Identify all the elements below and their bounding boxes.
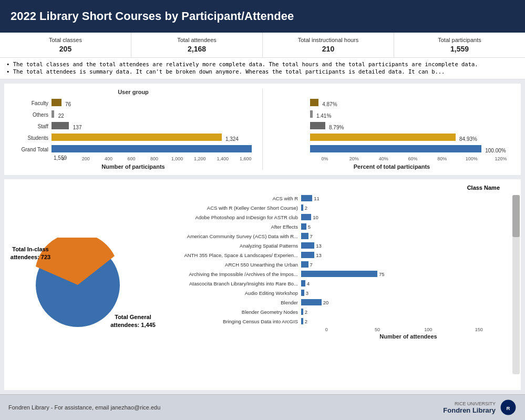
h-bar-row: Archiving the Impossible /Archives of th… — [154, 270, 516, 278]
h-bar-value: 7 — [310, 262, 313, 268]
h-bar-row: After Effects 5 — [154, 222, 516, 231]
h-bar-fill — [301, 309, 303, 315]
classes-chart-bars: ACS with R 11 ACS with R (Kelley Center … — [154, 194, 516, 325]
bar-value: 1,324 — [225, 136, 239, 142]
h-bar-label: ANTH 355 Place, Space & Landscapes/ Expe… — [154, 252, 301, 258]
h-bar-value: 3 — [306, 290, 308, 296]
bar-fill — [52, 145, 252, 152]
bar-row: Faculty 76 — [9, 98, 257, 108]
bar-row: 8.79% — [268, 121, 516, 131]
classes-chart: Class Name ACS with R 11 ACS with R (Kel… — [151, 179, 521, 390]
x-axis-label: 120% — [486, 156, 516, 161]
footer-text: Fondren Library - For assistance, email … — [8, 404, 160, 411]
h-bar-label: Adobe Photoshop and InDesign for ASTR cl… — [154, 214, 301, 220]
h-bar-fill — [301, 271, 377, 277]
h-bar-row: Analyzing Spatial Patterns 13 — [154, 241, 516, 250]
stat-participants-value: 1,559 — [399, 45, 520, 53]
h-bar-value: 2 — [305, 309, 307, 315]
left-x-axis-label: Number of participants — [9, 163, 257, 170]
h-bar-fill — [301, 252, 314, 258]
h-bar-container: 13 — [301, 251, 516, 259]
h-bar-fill — [301, 214, 311, 220]
bar-row: 84.93% — [268, 133, 516, 142]
footer: Fondren Library - For assistance, email … — [0, 394, 525, 420]
stat-classes-value: 205 — [5, 45, 126, 53]
svg-text:R: R — [507, 405, 510, 411]
bar-label: Faculty — [9, 100, 52, 106]
bar-value: 84.93% — [459, 136, 477, 142]
x-axis-label: 800 — [143, 156, 166, 161]
bar-container: 76 — [52, 99, 257, 107]
bar-row: Staff 137 — [9, 121, 257, 131]
h-bar-container: 75 — [301, 270, 516, 278]
bar-container: 137 — [52, 122, 257, 130]
bar-label: Grand Total — [9, 147, 52, 152]
right-x-axis: 0%20%40%60%80%100%120% — [268, 156, 516, 161]
rice-logo-icon: R — [500, 399, 517, 416]
bar-row: Others 22 — [9, 110, 257, 119]
h-bar-container: 3 — [301, 289, 516, 296]
h-bar-value: 7 — [310, 233, 313, 239]
h-bar-row: Adobe Photoshop and InDesign for ASTR cl… — [154, 213, 516, 221]
h-bar-label: ACS with R (Kelley Center Short Course) — [154, 205, 301, 211]
x-axis-label: 100 — [403, 327, 454, 332]
x-axis-label: 200 — [74, 156, 97, 161]
h-bar-container: 2 — [301, 308, 516, 315]
bar-fill — [52, 99, 61, 106]
h-bar-value: 75 — [379, 271, 385, 277]
h-bar-row: Blender Geometry Nodes 2 — [154, 308, 516, 316]
h-bar-fill — [301, 223, 306, 230]
h-bar-fill — [301, 290, 304, 296]
h-bar-value: 11 — [314, 196, 320, 201]
bar-container: 1,559 — [52, 145, 257, 153]
h-bar-fill — [301, 261, 308, 268]
university-name: RICE UNIVERSITY — [443, 401, 496, 406]
stat-classes-label: Total classes — [5, 37, 126, 43]
x-axis-label: 1,000 — [166, 156, 188, 161]
h-bar-value: 20 — [323, 300, 329, 305]
x-axis-label: 1,200 — [189, 156, 211, 161]
x-axis-label: 1,400 — [211, 156, 234, 161]
stat-attendees-label: Total attendees — [137, 37, 257, 43]
h-bar-container: 13 — [301, 242, 516, 249]
x-axis-label: 80% — [427, 156, 457, 161]
h-bar-row: American Community Survey (ACS) Data wit… — [154, 232, 516, 240]
left-bar-chart-bars: Faculty 76 Others 22 Staff 137 Students … — [9, 98, 257, 154]
scrollbar-area[interactable] — [512, 195, 520, 374]
h-bar-value: 2 — [305, 319, 307, 324]
bar-container: 1,324 — [52, 134, 257, 142]
bar-fill — [310, 110, 313, 118]
h-bar-label: ARCH 550 Unearthing the Urban — [154, 262, 301, 268]
bar-container: 8.79% — [310, 122, 516, 130]
h-bar-value: 10 — [313, 214, 318, 220]
classes-x-axis-label: Number of attendees — [154, 333, 516, 340]
h-bar-container: 7 — [301, 261, 516, 268]
scrollbar-thumb[interactable] — [512, 195, 520, 237]
bar-fill — [310, 122, 325, 129]
h-bar-container: 4 — [301, 280, 516, 287]
bar-container: 4.87% — [310, 99, 516, 107]
h-bar-fill — [301, 204, 303, 211]
h-bar-label: Atascocita Branch Library/Insights into … — [154, 281, 301, 286]
bar-value: 100.00% — [485, 148, 506, 153]
stat-total-participants: Total participants 1,559 — [394, 33, 525, 57]
h-bar-label: Audio Editing Workshop — [154, 290, 301, 296]
bar-row: 4.87% — [268, 98, 516, 108]
h-bar-fill — [301, 242, 314, 249]
x-axis-label: 40% — [369, 156, 398, 161]
h-bar-container: 20 — [301, 299, 516, 306]
h-bar-label: After Effects — [154, 224, 301, 230]
h-bar-value: 2 — [305, 205, 307, 211]
bar-fill — [52, 134, 222, 141]
h-bar-label: Blender Geometry Nodes — [154, 309, 301, 315]
left-x-axis: 02004006008001,0001,2001,4001,600 — [9, 156, 257, 161]
x-axis-label: 20% — [339, 156, 369, 161]
h-bar-row: ARCH 550 Unearthing the Urban 7 — [154, 260, 516, 269]
h-bar-fill — [301, 233, 308, 239]
bar-fill — [52, 110, 54, 118]
stat-total-classes: Total classes 205 — [0, 33, 131, 57]
x-axis-label: 60% — [398, 156, 428, 161]
h-bar-value: 4 — [307, 281, 310, 286]
h-bar-fill — [301, 195, 312, 201]
bar-label: Others — [9, 112, 52, 118]
